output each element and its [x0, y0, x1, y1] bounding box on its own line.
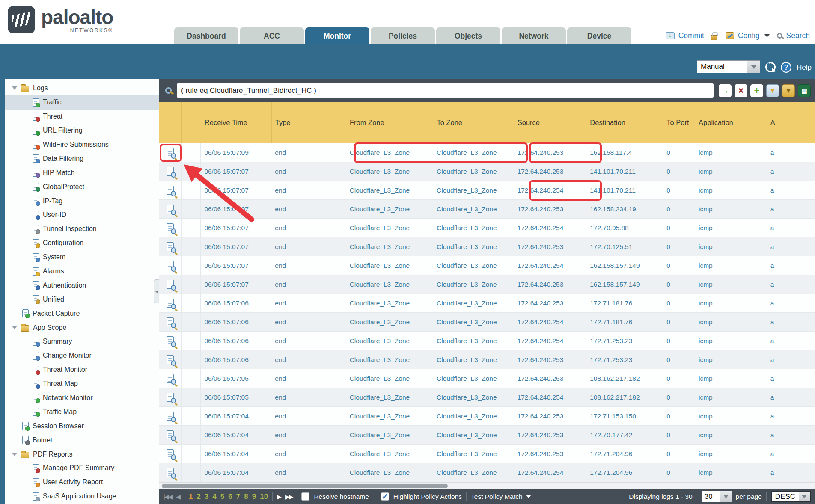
sidebar-item-botnet[interactable]: Botnet [5, 433, 159, 447]
table-row[interactable]: 06/06 15:07:06endCloudflare_L3_ZoneCloud… [159, 332, 815, 350]
log-detail-icon[interactable] [167, 261, 174, 270]
table-row[interactable]: 06/06 15:07:07endCloudflare_L3_ZoneCloud… [159, 237, 815, 256]
first-page-button[interactable]: |◀◀ [164, 493, 172, 500]
filter-builder-icon[interactable] [766, 84, 779, 97]
clear-filter-icon[interactable] [735, 84, 747, 97]
column-header-action[interactable]: A [767, 102, 815, 143]
cell-detail[interactable] [159, 350, 181, 369]
sidebar-item-authentication[interactable]: Authentication [5, 278, 159, 292]
sidebar-item-unified[interactable]: Unified [5, 292, 159, 306]
sidebar-item-tunnel-inspection[interactable]: Tunnel Inspection [5, 222, 159, 236]
log-detail-icon[interactable] [167, 449, 174, 458]
page-number[interactable]: 10 [260, 492, 268, 501]
prev-page-button[interactable]: ◀ [176, 493, 180, 500]
cell-detail[interactable] [159, 162, 181, 181]
log-detail-icon[interactable] [167, 430, 174, 439]
cell-detail[interactable] [159, 237, 181, 256]
log-detail-icon[interactable] [167, 393, 174, 402]
commit-button[interactable]: Commit [678, 31, 704, 40]
page-number[interactable]: 2 [196, 492, 200, 501]
sidebar-item-data-filtering[interactable]: Data Filtering [5, 151, 159, 166]
scrollbar-thumb[interactable] [162, 484, 448, 488]
export-icon[interactable] [798, 84, 811, 97]
sidebar-item-manage-pdf-summary[interactable]: Manage PDF Summary [5, 461, 159, 475]
sidebar-item-globalprotect[interactable]: GlobalProtect [5, 180, 159, 194]
table-row[interactable]: 06/06 15:07:06endCloudflare_L3_ZoneCloud… [159, 350, 815, 369]
cell-detail[interactable] [159, 181, 181, 199]
log-detail-icon[interactable] [167, 336, 174, 345]
sidebar-item-ip-tag[interactable]: IP-Tag [5, 194, 159, 208]
expand-triangle-icon[interactable] [12, 326, 17, 329]
column-header-destination[interactable]: Destination [586, 102, 663, 143]
log-detail-icon[interactable] [167, 242, 174, 251]
sidebar-item-hip-match[interactable]: HIP Match [5, 166, 159, 180]
log-detail-icon[interactable] [167, 374, 174, 383]
column-header-source[interactable]: Source [514, 102, 586, 143]
sidebar-item-change-monitor[interactable]: Change Monitor [5, 349, 159, 363]
page-number[interactable]: 8 [244, 492, 248, 501]
expand-triangle-icon[interactable] [12, 453, 17, 456]
column-header-from_zone[interactable]: From Zone [346, 102, 433, 143]
search-button[interactable]: Search [786, 31, 810, 40]
table-row[interactable]: 06/06 15:07:07endCloudflare_L3_ZoneCloud… [159, 162, 815, 181]
log-detail-icon[interactable] [167, 205, 174, 213]
help-icon[interactable] [781, 62, 791, 73]
test-policy-match-button[interactable]: Test Policy Match [471, 493, 531, 501]
tab-acc[interactable]: ACC [240, 27, 304, 44]
sidebar-item-url-filtering[interactable]: URL Filtering [5, 124, 159, 138]
sidebar-item-configuration[interactable]: Configuration [5, 236, 159, 250]
sort-order-dropdown-button[interactable] [799, 492, 810, 501]
sidebar-item-traffic-map[interactable]: Traffic Map [5, 405, 159, 419]
table-row[interactable]: 06/06 15:07:06endCloudflare_L3_ZoneCloud… [159, 294, 815, 313]
sidebar-collapse-button[interactable] [154, 279, 159, 303]
sidebar-item-threat-map[interactable]: Threat Map [5, 377, 159, 391]
refresh-mode-dropdown-button[interactable] [747, 60, 760, 73]
refresh-mode-select[interactable]: Manual [697, 60, 760, 73]
log-detail-icon[interactable] [167, 412, 174, 421]
sidebar-item-threat[interactable]: Threat [5, 110, 159, 124]
tab-policies[interactable]: Policies [371, 27, 435, 44]
cell-detail[interactable] [159, 463, 181, 482]
column-header-receive_time[interactable]: Receive Time [201, 102, 271, 143]
page-number[interactable]: 1 [189, 492, 193, 501]
cell-detail[interactable] [159, 369, 181, 388]
expand-triangle-icon[interactable] [12, 86, 17, 90]
table-row[interactable]: 06/06 15:07:06endCloudflare_L3_ZoneCloud… [159, 313, 815, 332]
cell-detail[interactable] [159, 275, 181, 294]
per-page-select[interactable]: 30 [702, 491, 732, 502]
table-row[interactable]: 06/06 15:07:05endCloudflare_L3_ZoneCloud… [159, 388, 815, 407]
table-row[interactable]: 06/06 15:07:04endCloudflare_L3_ZoneCloud… [159, 463, 815, 482]
table-row[interactable]: 06/06 15:07:04endCloudflare_L3_ZoneCloud… [159, 426, 815, 445]
cell-detail[interactable] [159, 388, 181, 406]
table-row[interactable]: 06/06 15:07:07endCloudflare_L3_ZoneCloud… [159, 275, 815, 294]
apply-filter-icon[interactable] [719, 84, 732, 97]
help-label[interactable]: Help [797, 63, 812, 72]
tab-dashboard[interactable]: Dashboard [174, 27, 238, 44]
log-detail-icon[interactable] [167, 223, 174, 232]
cell-detail[interactable] [159, 200, 181, 218]
sidebar-item-threat-monitor[interactable]: Threat Monitor [5, 363, 159, 377]
config-caret-icon[interactable] [764, 34, 770, 37]
sidebar-item-summary[interactable]: Summary [5, 335, 159, 349]
cell-detail[interactable] [159, 294, 181, 312]
last-page-button[interactable]: ▶▶ [285, 493, 293, 500]
log-detail-icon[interactable] [167, 280, 174, 289]
resolve-hostname-checkbox[interactable] [301, 492, 309, 501]
column-header-application[interactable]: Application [695, 102, 767, 143]
horizontal-scrollbar[interactable] [159, 482, 815, 489]
table-row[interactable]: 06/06 15:07:07endCloudflare_L3_ZoneCloud… [159, 256, 815, 275]
cell-detail[interactable] [159, 313, 181, 331]
page-number[interactable]: 3 [205, 492, 208, 501]
page-number[interactable]: 6 [228, 492, 232, 501]
tab-objects[interactable]: Objects [436, 27, 500, 44]
page-number[interactable]: 9 [252, 492, 256, 501]
log-detail-icon[interactable] [167, 167, 174, 176]
sidebar-item-user-id[interactable]: User-ID [5, 208, 159, 222]
table-row[interactable]: 06/06 15:07:09endCloudflare_L3_ZoneCloud… [159, 143, 815, 162]
table-row[interactable]: 06/06 15:07:07endCloudflare_L3_ZoneCloud… [159, 181, 815, 200]
refresh-icon[interactable] [765, 62, 776, 72]
cell-detail[interactable] [159, 445, 181, 463]
sort-order-select[interactable]: DESC [771, 491, 811, 502]
sidebar-item-app-scope[interactable]: App Scope [5, 320, 159, 335]
cell-detail[interactable] [159, 426, 181, 444]
